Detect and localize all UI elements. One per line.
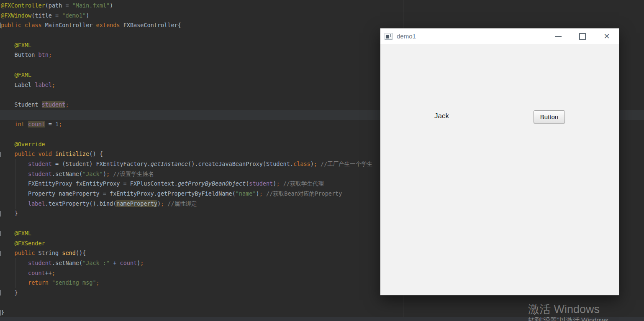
code-line: FXEntityProxy fxEntityProxy = FXPlusCont…	[1, 179, 372, 189]
fold-marker-icon[interactable]	[0, 23, 1, 28]
code-line: @FXWindow(title = "demo1")	[1, 11, 372, 21]
window-controls: ✕	[546, 28, 619, 44]
window-title: demo1	[397, 33, 416, 40]
activate-windows-watermark: 激活 Windows	[528, 302, 600, 317]
code-line: @FXML	[1, 41, 372, 51]
fold-marker-icon[interactable]	[0, 152, 1, 157]
code-line	[1, 130, 372, 140]
code-line	[1, 110, 372, 120]
code-line: @FXML	[1, 229, 372, 239]
fold-marker-icon[interactable]	[0, 211, 1, 217]
code-line	[1, 90, 372, 100]
fold-marker-icon[interactable]	[0, 310, 1, 316]
javafx-window-icon[interactable]	[385, 33, 393, 40]
minimize-button[interactable]	[546, 28, 570, 44]
code-line: public String send(){	[1, 248, 372, 258]
code-line: public class MainController extends FXBa…	[1, 20, 372, 31]
fold-marker-icon[interactable]	[0, 251, 1, 256]
code-line: @FXController(path = "Main.fxml")	[1, 1, 372, 11]
code-line	[1, 219, 372, 229]
minimize-icon	[555, 36, 562, 37]
code-line: return "sending msg";	[1, 278, 372, 288]
code-line: count++;	[1, 268, 372, 278]
maximize-button[interactable]	[570, 28, 595, 44]
code-line: }	[1, 308, 372, 318]
close-button[interactable]: ✕	[595, 28, 619, 44]
code-line: public void initialize() {	[1, 149, 372, 159]
code-line: Button btn;	[1, 50, 372, 60]
code-line: student.setName("Jack :" + count);	[1, 258, 372, 268]
fold-marker-icon[interactable]	[0, 290, 1, 296]
code-line: label.textProperty().bind(nameProperty);…	[1, 199, 372, 209]
activate-windows-hint: 转到“设置”以激活 Windows	[528, 316, 608, 321]
code-line: int count = 1;	[1, 120, 372, 130]
code-line: @Override	[1, 140, 372, 150]
close-icon: ✕	[603, 33, 610, 40]
maximize-icon	[579, 33, 586, 40]
fold-marker-icon[interactable]	[0, 231, 1, 236]
ide-screen: @FXController(path = "Main.fxml")@FXWind…	[0, 0, 644, 321]
code-line: @FXSender	[1, 239, 372, 249]
code-line: student = (Student) FXEntityFactory.getI…	[1, 159, 372, 169]
code-line	[1, 31, 372, 41]
code-line: }	[1, 288, 372, 298]
window-title-bar[interactable]: demo1 ✕	[380, 28, 619, 44]
demo1-window: demo1 ✕ Jack Button	[380, 28, 619, 295]
code-editor-area[interactable]: @FXController(path = "Main.fxml")@FXWind…	[1, 1, 372, 318]
code-line: }	[1, 209, 372, 219]
code-line: @FXML	[1, 70, 372, 80]
name-label: Jack	[434, 112, 449, 120]
code-line: Student student;	[1, 100, 372, 110]
code-line	[1, 298, 372, 308]
code-line	[1, 60, 372, 70]
send-button[interactable]: Button	[534, 110, 565, 123]
code-line: Label label;	[1, 80, 372, 90]
code-line: student.setName("Jack"); //设置学生姓名	[1, 169, 372, 179]
code-line: Property nameProperty = fxEntityProxy.ge…	[1, 189, 372, 199]
